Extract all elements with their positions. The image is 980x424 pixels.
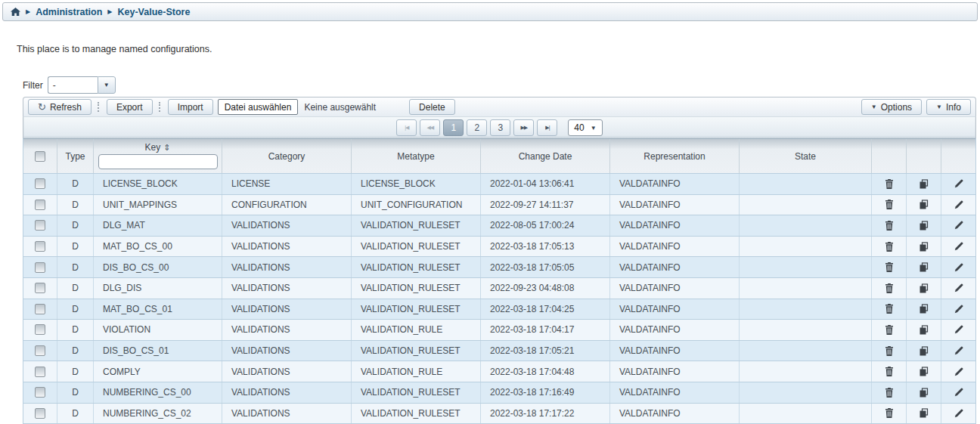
previous-page-button[interactable]: ◀◀	[420, 119, 440, 136]
clone-row-button[interactable]	[907, 341, 941, 361]
delete-button[interactable]: Delete	[409, 99, 455, 115]
category-cell: VALIDATIONS	[222, 382, 352, 403]
clone-row-button[interactable]	[907, 278, 941, 299]
row-checkbox[interactable]	[35, 345, 45, 356]
trash-icon	[885, 367, 894, 376]
row-checkbox[interactable]	[35, 283, 45, 293]
delete-row-button[interactable]	[872, 278, 907, 299]
filter-label: Filter	[23, 80, 43, 91]
state-cell	[740, 215, 872, 236]
row-checkbox[interactable]	[35, 387, 45, 398]
delete-row-button[interactable]	[872, 257, 907, 277]
delete-row-button[interactable]	[872, 299, 907, 320]
trash-icon	[885, 388, 894, 398]
page-button-1[interactable]: 1	[443, 119, 464, 136]
file-choose-button[interactable]: Datei auswählen	[218, 99, 299, 115]
edit-row-button[interactable]	[941, 278, 975, 299]
edit-row-button[interactable]	[941, 195, 975, 215]
options-dropdown-button[interactable]: ▼ Options	[861, 99, 922, 115]
clone-row-button[interactable]	[907, 215, 941, 236]
delete-row-button[interactable]	[872, 361, 907, 382]
refresh-button[interactable]: ↻ Refresh	[28, 99, 91, 115]
info-dropdown-button[interactable]: ▼ Info	[926, 99, 971, 115]
clone-row-button[interactable]	[907, 257, 941, 277]
select-all-checkbox[interactable]	[35, 151, 45, 162]
clone-row-button[interactable]	[907, 404, 941, 424]
row-checkbox[interactable]	[35, 241, 45, 252]
breadcrumb-separator-icon: ▶	[107, 9, 112, 15]
edit-row-button[interactable]	[941, 404, 975, 424]
table-row: DNUMBERING_CS_00VALIDATIONSVALIDATION_RU…	[23, 382, 975, 404]
edit-row-button[interactable]	[941, 257, 975, 277]
table-row: DLICENSE_BLOCKLICENSELICENSE_BLOCK2022-0…	[23, 174, 975, 195]
representation-cell: VALDATAINFO	[610, 299, 740, 320]
edit-row-button[interactable]	[941, 361, 975, 382]
edit-row-button[interactable]	[941, 320, 975, 340]
representation-cell: VALDATAINFO	[610, 361, 740, 382]
delete-row-button[interactable]	[872, 237, 907, 257]
import-button[interactable]: Import	[168, 99, 213, 115]
row-checkbox[interactable]	[35, 178, 45, 189]
clone-row-button[interactable]	[907, 299, 941, 320]
type-cell: D	[57, 382, 94, 403]
filter-dropdown-button[interactable]: ▼	[98, 76, 116, 94]
row-select-cell	[23, 341, 57, 361]
page-button-2[interactable]: 2	[467, 119, 487, 136]
edit-row-button[interactable]	[941, 215, 975, 236]
row-checkbox[interactable]	[35, 367, 45, 377]
row-checkbox[interactable]	[35, 262, 45, 273]
sort-icon[interactable]: ⇕	[163, 144, 170, 152]
state-cell	[740, 341, 872, 361]
state-cell	[740, 257, 872, 277]
key-filter-input[interactable]	[98, 154, 218, 169]
clone-row-button[interactable]	[907, 382, 941, 403]
page-description: This place is to manage named configurat…	[17, 44, 212, 54]
edit-row-button[interactable]	[941, 174, 975, 194]
home-icon[interactable]	[11, 8, 20, 17]
export-button[interactable]: Export	[107, 99, 153, 115]
clone-row-button[interactable]	[907, 320, 941, 340]
delete-row-button[interactable]	[872, 404, 907, 424]
row-checkbox[interactable]	[35, 200, 45, 210]
clone-row-button[interactable]	[907, 237, 941, 257]
clone-row-button[interactable]	[907, 195, 941, 215]
edit-row-button[interactable]	[941, 299, 975, 320]
column-header-delete	[872, 139, 907, 173]
clone-icon	[920, 388, 929, 398]
edit-row-button[interactable]	[941, 341, 975, 361]
row-checkbox[interactable]	[35, 220, 45, 231]
breadcrumb-item-administration[interactable]: Administration	[36, 7, 102, 17]
delete-row-button[interactable]	[872, 174, 907, 194]
clone-row-button[interactable]	[907, 174, 941, 194]
row-checkbox[interactable]	[35, 304, 45, 314]
key-header-label[interactable]: Key	[145, 143, 161, 152]
edit-row-button[interactable]	[941, 237, 975, 257]
type-cell: D	[57, 257, 94, 277]
page-size-select[interactable]: 40 ▼	[568, 119, 602, 136]
first-page-button[interactable]: |◀	[396, 119, 417, 136]
next-page-button[interactable]: ▶▶	[513, 119, 534, 136]
breadcrumb-item-key-value-store[interactable]: Key-Value-Store	[118, 7, 191, 17]
representation-cell: VALDATAINFO	[610, 404, 740, 424]
row-checkbox[interactable]	[35, 324, 45, 335]
filter-combobox[interactable]: - ▼	[48, 76, 116, 94]
last-page-button[interactable]: ▶|	[537, 119, 557, 136]
delete-row-button[interactable]	[872, 195, 907, 215]
row-checkbox[interactable]	[35, 408, 45, 419]
state-cell	[740, 278, 872, 299]
edit-row-button[interactable]	[941, 382, 975, 403]
clone-icon	[920, 221, 929, 231]
delete-row-button[interactable]	[872, 215, 907, 236]
state-cell	[740, 320, 872, 340]
clone-icon	[920, 367, 929, 376]
key-value-store-panel: ↻ Refresh Export Import Datei auswählen …	[23, 97, 976, 424]
delete-row-button[interactable]	[872, 382, 907, 403]
delete-row-button[interactable]	[872, 341, 907, 361]
type-cell: D	[57, 320, 94, 340]
clone-row-button[interactable]	[907, 361, 941, 382]
type-cell: D	[57, 278, 94, 299]
filter-value[interactable]: -	[48, 76, 98, 94]
change-date-cell: 2022-09-23 04:48:08	[481, 278, 610, 299]
delete-row-button[interactable]	[872, 320, 907, 340]
page-button-3[interactable]: 3	[490, 119, 510, 136]
